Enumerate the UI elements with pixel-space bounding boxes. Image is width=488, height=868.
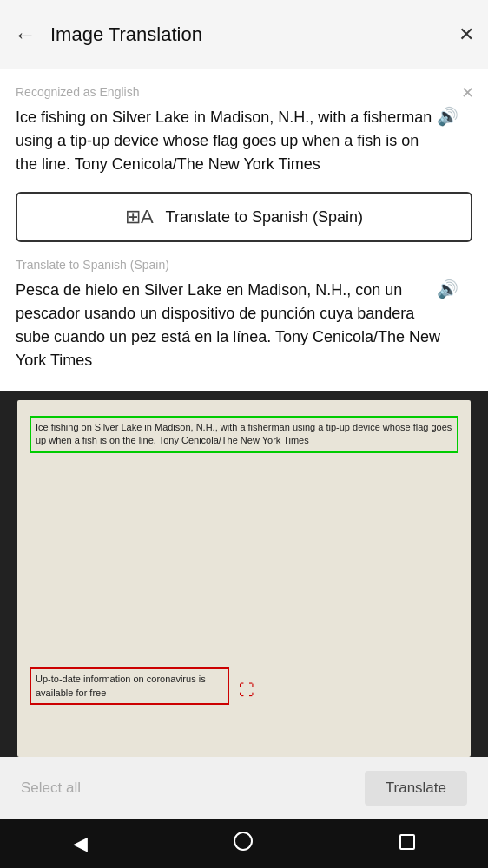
translation-panel: Recognized as English ✕ Ice fishing on S… bbox=[0, 69, 488, 391]
bottom-bar: Select all Translate bbox=[0, 757, 488, 819]
android-recent-button[interactable] bbox=[399, 832, 415, 855]
translate-icon: ⊞A bbox=[125, 206, 154, 228]
green-highlight-box[interactable]: Ice fishing on Silver Lake in Madison, N… bbox=[30, 416, 458, 453]
red-expand-icon[interactable]: ⛶ bbox=[239, 681, 254, 700]
android-back-button[interactable]: ◀ bbox=[73, 832, 88, 855]
translate-button[interactable]: Translate bbox=[365, 771, 467, 806]
android-home-button[interactable] bbox=[234, 832, 253, 856]
newspaper-content: Ice fishing on Silver Lake in Madison, N… bbox=[17, 400, 471, 757]
translated-label: Translate to Spanish (Spain) bbox=[16, 258, 472, 272]
red-highlight-box[interactable]: Up-to-date information on coronavirus is… bbox=[30, 667, 229, 705]
translate-to-spanish-button[interactable]: ⊞A Translate to Spanish (Spain) bbox=[16, 192, 472, 242]
page-title: Image Translation bbox=[50, 23, 458, 46]
translated-section: Pesca de hielo en Silver Lake en Madison… bbox=[16, 279, 472, 372]
home-circle-icon bbox=[234, 832, 253, 851]
original-text: Ice fishing on Silver Lake in Madison, N… bbox=[16, 106, 472, 176]
android-nav-bar: ◀ bbox=[0, 819, 488, 868]
top-bar: ← Image Translation ✕ bbox=[0, 0, 488, 69]
back-button[interactable]: ← bbox=[14, 22, 36, 49]
translated-speaker-button[interactable]: 🔊 bbox=[437, 279, 458, 299]
translated-text: Pesca de hielo en Silver Lake en Madison… bbox=[16, 279, 472, 372]
panel-close-button[interactable]: ✕ bbox=[461, 83, 474, 102]
image-area: Ice fishing on Silver Lake in Madison, N… bbox=[0, 391, 488, 757]
close-button[interactable]: ✕ bbox=[458, 23, 474, 46]
recent-square-icon bbox=[399, 834, 415, 850]
select-all-button[interactable]: Select all bbox=[21, 779, 81, 797]
recognized-label: Recognized as English bbox=[16, 85, 472, 99]
image-canvas: Ice fishing on Silver Lake in Madison, N… bbox=[0, 391, 488, 757]
original-speaker-button[interactable]: 🔊 bbox=[437, 106, 458, 127]
translate-button-label: Translate to Spanish (Spain) bbox=[166, 208, 363, 227]
